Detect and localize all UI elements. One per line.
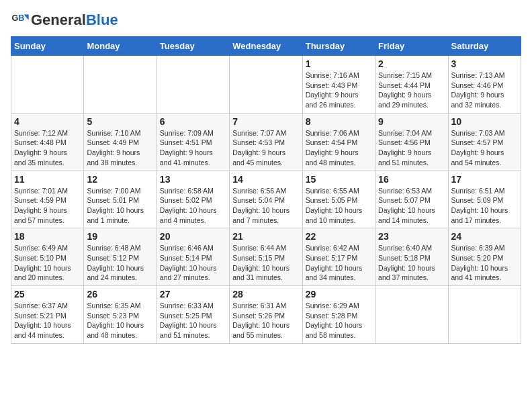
- day-info: Sunrise: 6:42 AM Sunset: 5:17 PM Dayligh…: [306, 243, 372, 283]
- day-cell: 18Sunrise: 6:49 AM Sunset: 5:10 PM Dayli…: [11, 228, 84, 286]
- day-info: Sunrise: 7:15 AM Sunset: 4:44 PM Dayligh…: [378, 71, 445, 110]
- day-header-sunday: Sunday: [11, 37, 84, 56]
- week-row-2: 11Sunrise: 7:01 AM Sunset: 4:59 PM Dayli…: [11, 171, 521, 228]
- day-cell: 2Sunrise: 7:15 AM Sunset: 4:44 PM Daylig…: [375, 56, 448, 113]
- day-info: Sunrise: 6:31 AM Sunset: 5:26 PM Dayligh…: [232, 301, 299, 340]
- day-info: Sunrise: 6:56 AM Sunset: 5:04 PM Dayligh…: [232, 186, 299, 226]
- day-number: 25: [14, 289, 81, 300]
- day-cell: [11, 56, 84, 113]
- calendar-table: SundayMondayTuesdayWednesdayThursdayFrid…: [11, 36, 521, 344]
- day-cell: [230, 56, 302, 113]
- day-number: 20: [160, 231, 226, 242]
- day-number: 13: [160, 174, 226, 185]
- day-number: 27: [160, 289, 226, 300]
- day-info: Sunrise: 6:53 AM Sunset: 5:07 PM Dayligh…: [378, 186, 445, 226]
- day-cell: 22Sunrise: 6:42 AM Sunset: 5:17 PM Dayli…: [302, 228, 375, 286]
- day-header-tuesday: Tuesday: [157, 37, 229, 56]
- svg-text:G: G: [11, 13, 18, 23]
- day-number: 29: [306, 289, 372, 300]
- day-cell: 24Sunrise: 6:39 AM Sunset: 5:20 PM Dayli…: [448, 228, 521, 286]
- day-cell: 1Sunrise: 7:16 AM Sunset: 4:43 PM Daylig…: [302, 56, 375, 113]
- week-row-1: 4Sunrise: 7:12 AM Sunset: 4:48 PM Daylig…: [11, 113, 521, 171]
- day-number: 10: [451, 116, 518, 127]
- day-cell: 23Sunrise: 6:40 AM Sunset: 5:18 PM Dayli…: [375, 228, 448, 286]
- day-cell: 25Sunrise: 6:37 AM Sunset: 5:21 PM Dayli…: [11, 286, 84, 344]
- day-cell: 15Sunrise: 6:55 AM Sunset: 5:05 PM Dayli…: [302, 171, 375, 228]
- day-number: 16: [378, 174, 445, 185]
- day-number: 7: [232, 116, 299, 127]
- day-number: 15: [306, 174, 372, 185]
- week-row-0: 1Sunrise: 7:16 AM Sunset: 4:43 PM Daylig…: [11, 56, 521, 113]
- day-cell: 7Sunrise: 7:07 AM Sunset: 4:53 PM Daylig…: [230, 113, 302, 171]
- day-info: Sunrise: 7:16 AM Sunset: 4:43 PM Dayligh…: [306, 71, 372, 110]
- day-cell: [157, 56, 229, 113]
- day-cell: 20Sunrise: 6:46 AM Sunset: 5:14 PM Dayli…: [157, 228, 229, 286]
- day-info: Sunrise: 7:09 AM Sunset: 4:51 PM Dayligh…: [160, 128, 226, 168]
- day-number: 28: [232, 289, 299, 300]
- day-info: Sunrise: 6:48 AM Sunset: 5:12 PM Dayligh…: [87, 243, 153, 283]
- day-info: Sunrise: 7:00 AM Sunset: 5:01 PM Dayligh…: [87, 186, 153, 226]
- day-info: Sunrise: 6:37 AM Sunset: 5:21 PM Dayligh…: [14, 301, 81, 340]
- day-number: 14: [232, 174, 299, 185]
- day-number: 9: [378, 116, 445, 127]
- day-cell: 12Sunrise: 7:00 AM Sunset: 5:01 PM Dayli…: [84, 171, 157, 228]
- day-cell: 16Sunrise: 6:53 AM Sunset: 5:07 PM Dayli…: [375, 171, 448, 228]
- day-cell: 21Sunrise: 6:44 AM Sunset: 5:15 PM Dayli…: [230, 228, 302, 286]
- day-cell: 26Sunrise: 6:35 AM Sunset: 5:23 PM Dayli…: [84, 286, 157, 344]
- svg-marker-3: [24, 15, 29, 20]
- day-cell: [84, 56, 157, 113]
- day-cell: 19Sunrise: 6:48 AM Sunset: 5:12 PM Dayli…: [84, 228, 157, 286]
- day-info: Sunrise: 6:39 AM Sunset: 5:20 PM Dayligh…: [451, 243, 518, 283]
- day-number: 2: [378, 58, 445, 69]
- day-info: Sunrise: 7:03 AM Sunset: 4:57 PM Dayligh…: [451, 128, 518, 168]
- day-number: 4: [14, 116, 81, 127]
- day-cell: 6Sunrise: 7:09 AM Sunset: 4:51 PM Daylig…: [157, 113, 229, 171]
- day-number: 23: [378, 231, 445, 242]
- days-header-row: SundayMondayTuesdayWednesdayThursdayFrid…: [11, 37, 521, 56]
- week-row-4: 25Sunrise: 6:37 AM Sunset: 5:21 PM Dayli…: [11, 286, 521, 344]
- day-cell: 13Sunrise: 6:58 AM Sunset: 5:02 PM Dayli…: [157, 171, 229, 228]
- day-info: Sunrise: 6:33 AM Sunset: 5:25 PM Dayligh…: [160, 301, 226, 340]
- svg-text:B: B: [18, 13, 24, 23]
- day-number: 12: [87, 174, 153, 185]
- day-cell: 29Sunrise: 6:29 AM Sunset: 5:28 PM Dayli…: [302, 286, 375, 344]
- day-cell: 17Sunrise: 6:51 AM Sunset: 5:09 PM Dayli…: [448, 171, 521, 228]
- day-info: Sunrise: 7:04 AM Sunset: 4:56 PM Dayligh…: [378, 128, 445, 168]
- day-number: 11: [14, 174, 81, 185]
- day-info: Sunrise: 6:46 AM Sunset: 5:14 PM Dayligh…: [160, 243, 226, 283]
- day-cell: 5Sunrise: 7:10 AM Sunset: 4:49 PM Daylig…: [84, 113, 157, 171]
- day-header-saturday: Saturday: [448, 37, 521, 56]
- day-info: Sunrise: 6:58 AM Sunset: 5:02 PM Dayligh…: [160, 186, 226, 226]
- day-number: 1: [306, 58, 372, 69]
- day-cell: 11Sunrise: 7:01 AM Sunset: 4:59 PM Dayli…: [11, 171, 84, 228]
- day-info: Sunrise: 6:44 AM Sunset: 5:15 PM Dayligh…: [232, 243, 299, 283]
- day-cell: 9Sunrise: 7:04 AM Sunset: 4:56 PM Daylig…: [375, 113, 448, 171]
- logo: G B GeneralBlue: [11, 11, 118, 30]
- day-info: Sunrise: 6:49 AM Sunset: 5:10 PM Dayligh…: [14, 243, 81, 283]
- logo-icon: G B: [11, 11, 30, 30]
- logo-text: GeneralBlue: [31, 12, 118, 28]
- day-header-monday: Monday: [84, 37, 157, 56]
- day-number: 22: [306, 231, 372, 242]
- day-info: Sunrise: 6:35 AM Sunset: 5:23 PM Dayligh…: [87, 301, 153, 340]
- day-number: 3: [451, 58, 518, 69]
- day-cell: 8Sunrise: 7:06 AM Sunset: 4:54 PM Daylig…: [302, 113, 375, 171]
- day-number: 17: [451, 174, 518, 185]
- day-cell: 28Sunrise: 6:31 AM Sunset: 5:26 PM Dayli…: [230, 286, 302, 344]
- day-header-wednesday: Wednesday: [230, 37, 302, 56]
- day-cell: 3Sunrise: 7:13 AM Sunset: 4:46 PM Daylig…: [448, 56, 521, 113]
- day-cell: 27Sunrise: 6:33 AM Sunset: 5:25 PM Dayli…: [157, 286, 229, 344]
- week-row-3: 18Sunrise: 6:49 AM Sunset: 5:10 PM Dayli…: [11, 228, 521, 286]
- day-info: Sunrise: 6:29 AM Sunset: 5:28 PM Dayligh…: [306, 301, 372, 340]
- day-number: 21: [232, 231, 299, 242]
- day-header-friday: Friday: [375, 37, 448, 56]
- day-number: 26: [87, 289, 153, 300]
- day-info: Sunrise: 7:06 AM Sunset: 4:54 PM Dayligh…: [306, 128, 372, 168]
- day-info: Sunrise: 7:07 AM Sunset: 4:53 PM Dayligh…: [232, 128, 299, 168]
- header: G B GeneralBlue: [11, 11, 521, 30]
- day-number: 19: [87, 231, 153, 242]
- day-number: 8: [306, 116, 372, 127]
- day-cell: 14Sunrise: 6:56 AM Sunset: 5:04 PM Dayli…: [230, 171, 302, 228]
- day-cell: [375, 286, 448, 344]
- day-info: Sunrise: 7:12 AM Sunset: 4:48 PM Dayligh…: [14, 128, 81, 168]
